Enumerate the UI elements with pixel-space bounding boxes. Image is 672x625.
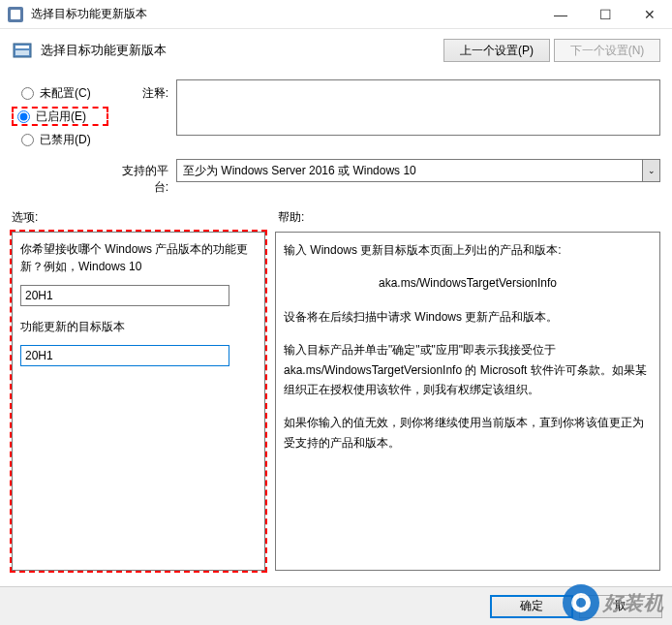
prev-setting-button[interactable]: 上一个设置(P) bbox=[443, 39, 550, 62]
ok-button[interactable]: 确定 bbox=[490, 595, 573, 618]
help-text-4: 如果你输入的值无效，则你将继续使用当前版本，直到你将该值更正为受支持的产品和版本… bbox=[284, 413, 652, 453]
radio-disabled-label: 已禁用(D) bbox=[40, 132, 91, 148]
radio-enabled-label: 已启用(E) bbox=[36, 109, 86, 125]
svg-rect-1 bbox=[15, 46, 29, 48]
comment-textarea[interactable] bbox=[176, 79, 660, 136]
platform-field bbox=[176, 159, 643, 182]
radio-disabled[interactable]: 已禁用(D) bbox=[12, 130, 108, 149]
page-title: 选择目标功能更新版本 bbox=[41, 42, 440, 59]
help-text-1: 输入 Windows 更新目标版本页面上列出的产品和版本: bbox=[284, 240, 652, 260]
radio-enabled[interactable]: 已启用(E) bbox=[12, 107, 108, 126]
help-link: aka.ms/WindowsTargetVersionInfo bbox=[284, 273, 652, 293]
page-icon bbox=[12, 41, 35, 60]
options-section-label: 选项: bbox=[12, 209, 278, 226]
close-button[interactable]: ✕ bbox=[627, 0, 672, 29]
options-panel: 你希望接收哪个 Windows 产品版本的功能更新？例如，Windows 10 … bbox=[12, 232, 265, 571]
help-section-label: 帮助: bbox=[278, 209, 304, 226]
help-panel: 输入 Windows 更新目标版本页面上列出的产品和版本: aka.ms/Win… bbox=[275, 232, 660, 571]
target-version-input[interactable] bbox=[20, 345, 229, 366]
comment-label: 注释: bbox=[108, 79, 176, 153]
svg-rect-2 bbox=[15, 50, 29, 55]
product-version-label: 你希望接收哪个 Windows 产品版本的功能更新？例如，Windows 10 bbox=[20, 240, 257, 275]
help-text-2: 设备将在后续扫描中请求 Windows 更新产品和版本。 bbox=[284, 307, 652, 327]
maximize-button[interactable]: ☐ bbox=[583, 0, 627, 29]
cancel-button[interactable]: 取 bbox=[579, 595, 662, 618]
radio-not-configured[interactable]: 未配置(C) bbox=[12, 83, 108, 103]
next-setting-button: 下一个设置(N) bbox=[554, 39, 660, 62]
platform-label: 支持的平台: bbox=[108, 159, 176, 196]
product-version-input[interactable] bbox=[20, 285, 229, 306]
minimize-button[interactable]: — bbox=[538, 0, 583, 29]
window-icon bbox=[8, 7, 23, 22]
window-title: 选择目标功能更新版本 bbox=[31, 6, 538, 22]
radio-not-configured-label: 未配置(C) bbox=[40, 85, 91, 102]
help-text-3: 输入目标产品并单击"确定"或"应用"即表示我接受位于aka.ms/Windows… bbox=[284, 340, 652, 399]
platform-expand-button[interactable]: ⌄ bbox=[643, 159, 660, 182]
target-version-label: 功能更新的目标版本 bbox=[20, 318, 257, 335]
